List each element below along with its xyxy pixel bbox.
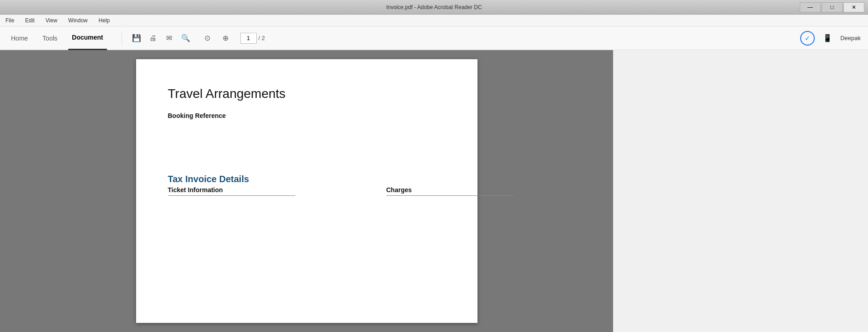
pdf-charges: Charges: [386, 186, 514, 196]
toolbar-right: ✓ 📱 Deepak: [800, 31, 861, 46]
signed-in-icon: ✓: [800, 31, 815, 46]
close-button[interactable]: ✕: [843, 2, 864, 12]
pdf-title: Travel Arrangements: [168, 87, 446, 101]
pdf-page: Travel Arrangements Booking Reference Ta…: [136, 59, 477, 323]
save-icon[interactable]: 💾: [129, 31, 144, 46]
title-bar: Invoice.pdf - Adobe Acrobat Reader DC — …: [0, 0, 868, 15]
email-icon[interactable]: ✉: [162, 31, 177, 46]
menu-bar: File Edit View Window Help: [0, 15, 868, 26]
tab-tools[interactable]: Tools: [39, 26, 61, 50]
title-bar-text: Invoice.pdf - Adobe Acrobat Reader DC: [4, 4, 864, 10]
pdf-section-row: Ticket Information Charges: [168, 186, 446, 196]
print-icon[interactable]: 🖨: [146, 31, 160, 46]
title-bar-controls: — □ ✕: [800, 2, 864, 12]
menu-file[interactable]: File: [4, 16, 16, 25]
toolbar-nav: Home Tools Document: [7, 26, 107, 50]
pdf-ticket-info: Ticket Information: [168, 186, 295, 196]
menu-help[interactable]: Help: [97, 16, 112, 25]
menu-edit[interactable]: Edit: [23, 16, 36, 25]
menu-view[interactable]: View: [44, 16, 59, 25]
page-total: / 2: [259, 35, 265, 41]
page-number-input[interactable]: [240, 33, 257, 44]
pdf-viewer[interactable]: Travel Arrangements Booking Reference Ta…: [0, 50, 613, 332]
toolbar: Home Tools Document 💾 🖨 ✉ 🔍 ⊙ ⊕ / 2 ✓ 📱 …: [0, 26, 868, 50]
user-name: Deepak: [840, 35, 861, 41]
maximize-button[interactable]: □: [822, 2, 843, 12]
main-area: Travel Arrangements Booking Reference Ta…: [0, 50, 868, 332]
page-navigation: / 2: [240, 33, 265, 44]
tab-document[interactable]: Document: [68, 26, 107, 50]
mobile-icon[interactable]: 📱: [820, 31, 835, 46]
down-arrow-icon[interactable]: ⊕: [218, 31, 233, 46]
tab-home[interactable]: Home: [7, 26, 31, 50]
toolbar-icons: 💾 🖨 ✉ 🔍: [129, 31, 193, 46]
pdf-booking-ref: Booking Reference: [168, 112, 446, 119]
pdf-section-title: Tax Invoice Details: [168, 174, 446, 184]
up-arrow-icon[interactable]: ⊙: [200, 31, 215, 46]
menu-window[interactable]: Window: [66, 16, 90, 25]
minimize-button[interactable]: —: [800, 2, 821, 12]
search-icon[interactable]: 🔍: [178, 31, 193, 46]
right-panel-wrapper: EXPORTED FILES Invoice.pdf Save As Remov…: [613, 50, 868, 332]
toolbar-separator: [122, 31, 122, 46]
